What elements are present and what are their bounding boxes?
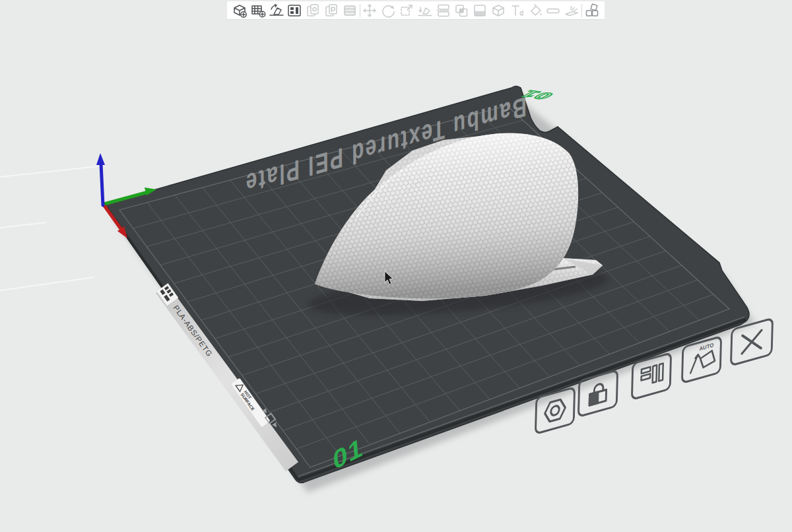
cut-icon bbox=[436, 3, 451, 18]
cut-button[interactable] bbox=[435, 2, 452, 19]
app-window: { "toolbar": { "icons": [ {"name": "add"… bbox=[0, 0, 792, 532]
auto-orient-icon bbox=[269, 3, 284, 18]
move-button[interactable] bbox=[361, 2, 378, 19]
text-tool-icon bbox=[509, 3, 525, 18]
color-painting-icon bbox=[527, 3, 543, 18]
move-icon bbox=[362, 3, 378, 18]
mesh-boolean-button[interactable] bbox=[453, 2, 470, 19]
split-to-objects-button[interactable] bbox=[304, 2, 321, 19]
auto-orient-icon bbox=[690, 350, 715, 373]
seam-painting-button[interactable] bbox=[544, 2, 562, 19]
support-painting-button[interactable] bbox=[563, 2, 580, 19]
arrange-button[interactable] bbox=[286, 2, 303, 19]
lock-icon bbox=[589, 382, 607, 405]
scale-icon bbox=[399, 3, 414, 18]
variable-layer-height-button[interactable] bbox=[341, 2, 358, 19]
color-painting-button[interactable] bbox=[527, 2, 544, 19]
layer-height-button[interactable] bbox=[471, 2, 488, 19]
z-axis-arrow bbox=[101, 164, 103, 205]
support-painting-icon bbox=[564, 3, 579, 18]
arrange-icon bbox=[641, 364, 663, 386]
place-on-face-button[interactable] bbox=[416, 2, 434, 19]
mesh-cube-button[interactable] bbox=[490, 2, 507, 19]
mesh-boolean-icon bbox=[453, 3, 469, 18]
add-button[interactable] bbox=[231, 2, 248, 19]
close-icon bbox=[742, 330, 762, 353]
layer-height-icon bbox=[472, 3, 488, 18]
add-plate-icon bbox=[250, 3, 266, 18]
mesh-cube-icon bbox=[490, 3, 506, 18]
toolbar-separator bbox=[581, 4, 582, 17]
arrange-icon bbox=[286, 3, 302, 18]
add-plate-button[interactable] bbox=[249, 2, 267, 19]
auto-orient-button[interactable] bbox=[268, 2, 285, 19]
add-cube-icon bbox=[232, 3, 248, 18]
rotate-icon bbox=[380, 3, 396, 18]
toolbar-separator bbox=[360, 4, 360, 17]
split-to-parts-button[interactable] bbox=[323, 2, 340, 19]
assembly-view-button[interactable] bbox=[583, 2, 601, 19]
split-parts-icon bbox=[323, 3, 339, 18]
scale-button[interactable] bbox=[398, 2, 415, 19]
text-tool-button[interactable] bbox=[508, 2, 525, 19]
place-on-face-icon bbox=[417, 3, 433, 18]
top-toolbar bbox=[227, 1, 605, 20]
seam-painting-icon bbox=[545, 3, 561, 18]
nut-icon bbox=[544, 398, 566, 423]
assembly-view-icon bbox=[584, 3, 600, 18]
rotate-button[interactable] bbox=[380, 2, 397, 19]
split-objects-icon bbox=[305, 3, 321, 18]
viewport-3d[interactable]: Bambu Textured PEI Plate PLA-ABS/PETG HO… bbox=[0, 0, 792, 532]
ground-lines bbox=[0, 166, 104, 290]
layers-icon bbox=[342, 3, 358, 18]
